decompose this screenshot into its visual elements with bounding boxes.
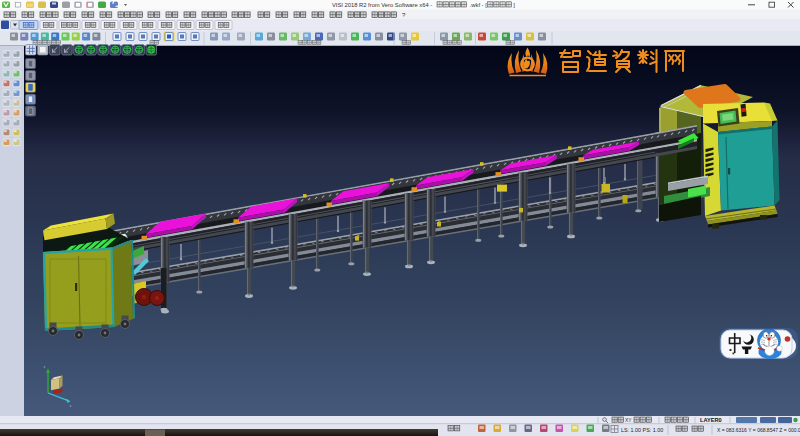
svg-text:VISI 2018 R2 from Vero Softwar: VISI 2018 R2 from Vero Software x64 - (332, 2, 432, 8)
svg-text:z: z (44, 365, 46, 369)
svg-text:x: x (70, 404, 72, 408)
svg-text:LAYER0: LAYER0 (700, 417, 722, 423)
svg-text:X = 083.6316 Y = 068.8547 Z =: X = 083.6316 Y = 068.8547 Z = 000.0000 (717, 427, 800, 433)
svg-text:.wkf - [: .wkf - [ (470, 2, 487, 8)
svg-text:XY: XY (625, 417, 632, 423)
svg-text:LS: 1.00 PS: 1.00: LS: 1.00 PS: 1.00 (621, 427, 663, 433)
